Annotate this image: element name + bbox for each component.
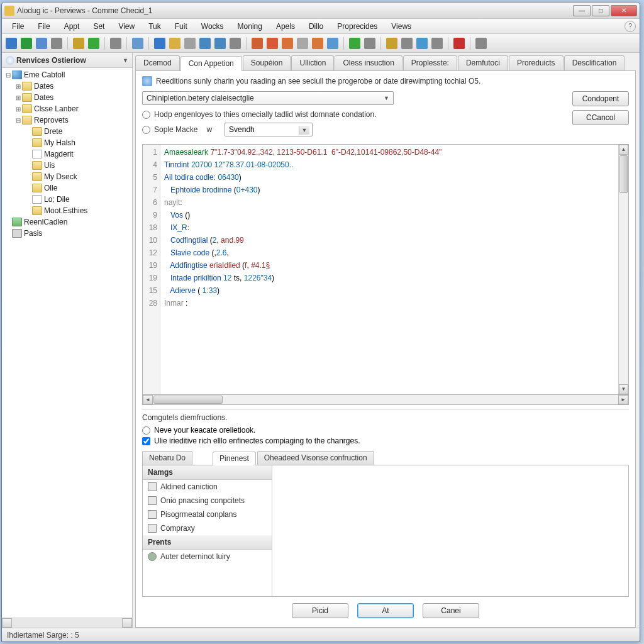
menu-tuk[interactable]: Tuk — [142, 20, 167, 33]
toolbar-button-13[interactable] — [169, 38, 180, 49]
menu-file[interactable]: File — [31, 20, 56, 33]
panel-item[interactable]: Aldined caniction — [143, 480, 272, 494]
menu-view[interactable]: View — [112, 20, 141, 33]
expand-icon[interactable]: ⊞ — [14, 106, 22, 113]
condopent-button[interactable]: Condopent — [572, 91, 629, 106]
tab-0[interactable]: Dcemod — [135, 55, 180, 70]
picid-button[interactable]: Picid — [292, 603, 348, 618]
lower-tab-1[interactable]: Oheadeed Visonse confruction — [257, 451, 374, 465]
tab-1[interactable]: Con Appetion — [180, 56, 242, 71]
tree-item[interactable]: Lo; Dile — [2, 194, 132, 205]
tree-item[interactable]: ⊞Dates — [2, 92, 132, 103]
sidebar-hscroll[interactable] — [2, 618, 132, 628]
code-vscroll[interactable]: ▲ ▼ — [618, 145, 628, 394]
tree-item[interactable]: ⊞Dates — [2, 80, 132, 92]
toolbar-button-34[interactable] — [453, 38, 465, 49]
tree-item[interactable]: My Dseck — [2, 171, 132, 182]
menu-file[interactable]: File — [6, 20, 30, 33]
toolbar-button-14[interactable] — [184, 38, 196, 49]
ccancol-button[interactable]: CCancol — [572, 110, 629, 125]
tree-item[interactable]: ⊞Clsse Lanber — [2, 103, 132, 114]
tab-2[interactable]: Soupéion — [243, 55, 291, 70]
scroll-up-button[interactable]: ▲ — [619, 145, 628, 155]
toolbar-button-0[interactable] — [6, 38, 17, 49]
expand-icon[interactable]: ⊞ — [14, 83, 22, 90]
toolbar-button-15[interactable] — [199, 38, 211, 49]
menu-apels[interactable]: Apels — [270, 20, 301, 33]
minimize-button[interactable]: — — [573, 5, 591, 16]
toolbar-button-30[interactable] — [401, 38, 413, 49]
at-button[interactable]: At — [357, 603, 414, 618]
titlebar[interactable]: Alodug ic - Perviews - Comme Checid_1 — … — [2, 3, 640, 19]
scroll-thumb[interactable] — [153, 396, 223, 404]
menu-wocks[interactable]: Wocks — [195, 20, 230, 33]
close-button[interactable]: ✕ — [611, 5, 637, 16]
tab-6[interactable]: Demfutoci — [458, 55, 508, 70]
tab-5[interactable]: Proplesste: — [403, 55, 457, 70]
svendh-select[interactable]: Svendh — [225, 123, 313, 136]
tree-item[interactable]: ReenlCadlen — [2, 216, 132, 228]
scroll-right-button[interactable] — [122, 618, 132, 628]
panel-item[interactable]: Pisogrmeatal conplans — [143, 508, 272, 521]
radio-neve[interactable] — [142, 426, 150, 435]
panel-item[interactable]: Auter deterninot luiry — [143, 550, 272, 564]
menu-proprecides[interactable]: Proprecides — [331, 20, 384, 33]
menu-views[interactable]: Views — [385, 20, 418, 33]
menu-moning[interactable]: Moning — [231, 20, 269, 33]
tab-3[interactable]: Ulliction — [291, 55, 334, 70]
panel-item[interactable]: Compraxy — [143, 521, 272, 535]
toolbar-button-10[interactable] — [132, 38, 143, 49]
toolbar-button-36[interactable] — [475, 38, 487, 49]
toolbar-button-32[interactable] — [431, 38, 443, 49]
toolbar-button-29[interactable] — [386, 38, 397, 49]
expand-icon[interactable]: ⊟ — [14, 117, 22, 124]
tree-view[interactable]: ⊟Eme Cabtoll⊞Dates⊞Dates⊞Clsse Lanber⊟Re… — [2, 68, 132, 618]
toolbar-button-19[interactable] — [252, 38, 263, 49]
code-hscroll[interactable]: ◄ ► — [142, 395, 629, 405]
tree-item[interactable]: Drete — [2, 126, 132, 137]
toolbar-button-24[interactable] — [327, 38, 338, 49]
tree-item[interactable]: Olle — [2, 182, 132, 194]
menu-set[interactable]: Set — [87, 20, 111, 33]
toolbar-button-2[interactable] — [36, 38, 47, 49]
toolbar-button-6[interactable] — [88, 38, 99, 49]
menu-dillo[interactable]: Dillo — [303, 20, 330, 33]
tree-item[interactable]: ⊟Reprovets — [2, 114, 132, 126]
toolbar-button-1[interactable] — [21, 38, 32, 49]
toolbar-button-17[interactable] — [230, 38, 241, 49]
scroll-track[interactable] — [12, 618, 122, 628]
tab-8[interactable]: Desclification — [564, 55, 625, 70]
toolbar-button-31[interactable] — [416, 38, 428, 49]
toolbar-button-20[interactable] — [267, 38, 278, 49]
tree-item[interactable]: ⊟Eme Cabtoll — [2, 69, 132, 80]
help-icon[interactable]: ? — [625, 21, 636, 32]
scroll-left-button[interactable]: ◄ — [143, 395, 153, 404]
tree-item[interactable]: Uis — [2, 160, 132, 171]
sidebar-header[interactable]: Renvices Ostieriow ▼ — [2, 53, 132, 68]
scroll-left-button[interactable] — [2, 618, 12, 628]
tree-item[interactable]: Pasis — [2, 228, 132, 239]
maximize-button[interactable]: □ — [592, 5, 609, 16]
tab-4[interactable]: Oless insuction — [335, 55, 402, 70]
toolbar-button-5[interactable] — [73, 38, 84, 49]
canei-button[interactable]: Canei — [423, 603, 479, 618]
lower-tab-nebaru[interactable]: Nebaru Do — [142, 451, 192, 465]
toolbar-button-16[interactable] — [214, 38, 226, 49]
menu-appt[interactable]: Appt — [58, 20, 86, 33]
scroll-right-button[interactable]: ► — [618, 395, 628, 404]
toolbar-button-3[interactable] — [51, 38, 62, 49]
tab-7[interactable]: Proreduicts — [509, 55, 564, 70]
expand-icon[interactable]: ⊟ — [4, 72, 12, 79]
toolbar-button-22[interactable] — [297, 38, 308, 49]
toolbar-button-27[interactable] — [364, 38, 375, 49]
code-area[interactable]: Amaesaleark 7"1.7-3"04.92.,342, 1213-50-… — [160, 145, 618, 394]
main-combo[interactable]: Chinipletion.betery claleisectglie ▼ — [142, 91, 394, 105]
tree-item[interactable]: My Halsh — [2, 137, 132, 148]
toolbar-button-8[interactable] — [110, 38, 121, 49]
scroll-thumb[interactable] — [619, 155, 628, 193]
chevron-down-icon[interactable]: ▼ — [123, 57, 128, 64]
panel-item[interactable]: Onio pnacsing conpcitets — [143, 494, 272, 508]
tree-item[interactable]: Moot.Esthies — [2, 205, 132, 216]
check-ulie[interactable] — [142, 437, 150, 445]
tree-item[interactable]: Magderit — [2, 148, 132, 160]
